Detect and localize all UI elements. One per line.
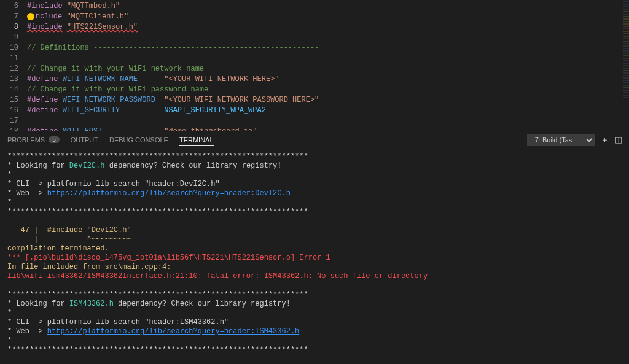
minimap[interactable] (620, 0, 629, 130)
tab-debug[interactable]: DEBUG CONSOLE (109, 136, 168, 144)
code-editor[interactable]: 678910111213141516171819202122 #include … (0, 0, 629, 131)
new-terminal-icon[interactable]: ＋ (601, 134, 609, 145)
problems-count: 5 (49, 136, 60, 143)
tab-output[interactable]: OUTPUT (71, 136, 98, 144)
tab-terminal[interactable]: TERMINAL (179, 136, 214, 146)
tab-problems[interactable]: PROBLEMS 5 (7, 136, 60, 144)
terminal-task-select[interactable]: 7: Build (Task) (527, 134, 595, 146)
lightbulb-icon[interactable] (27, 13, 34, 20)
line-gutter: 678910111213141516171819202122 (0, 0, 27, 131)
code-area[interactable]: #include "MQTTmbed.h"nclude "MQTTClient.… (27, 0, 629, 131)
panel-tabs: PROBLEMS 5 OUTPUT DEBUG CONSOLE TERMINAL… (0, 131, 629, 149)
split-terminal-icon[interactable]: ◫ (615, 135, 622, 144)
terminal-output[interactable]: ****************************************… (0, 149, 629, 364)
